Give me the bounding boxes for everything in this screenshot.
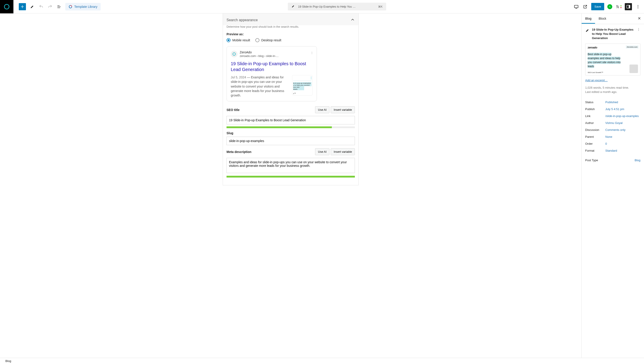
preview-radio-group: Mobile result Desktop result bbox=[227, 38, 355, 42]
serp-more-icon bbox=[310, 51, 314, 55]
radio-dot-icon bbox=[227, 38, 231, 42]
external-preview-icon[interactable] bbox=[582, 4, 588, 10]
prop-discussion-value[interactable]: Comments only bbox=[605, 128, 640, 132]
undo-icon[interactable] bbox=[39, 4, 44, 10]
desktop-preview-icon[interactable] bbox=[573, 4, 579, 10]
prop-status-value[interactable]: Published bbox=[605, 100, 640, 104]
seo-title-label: SEO title bbox=[227, 108, 240, 112]
shortcut-hint: ⌘K bbox=[378, 5, 383, 8]
site-logo[interactable] bbox=[0, 0, 14, 14]
svg-point-3 bbox=[620, 5, 622, 6]
radio-desktop-label: Desktop result bbox=[261, 38, 281, 42]
save-button[interactable]: Save bbox=[591, 3, 604, 10]
settings-sidebar: Blog Block 19 Slide-In Pop-Up Examples t… bbox=[581, 14, 644, 358]
document-title-bar[interactable]: 19 Slide-In Pop-Up Examples to Help You … bbox=[288, 3, 386, 10]
panel-header[interactable]: Search appearance bbox=[223, 14, 358, 25]
tab-block[interactable]: Block bbox=[595, 14, 610, 24]
prop-author: Author Vishnu Goyal bbox=[585, 120, 640, 126]
sidebar-tabs: Blog Block bbox=[582, 14, 644, 24]
outline-icon[interactable] bbox=[56, 4, 62, 10]
svg-point-7 bbox=[638, 5, 638, 6]
post-type-icon bbox=[585, 28, 590, 32]
panel-description: Determine how your post should look in t… bbox=[227, 25, 355, 28]
seo-title-input[interactable] bbox=[227, 116, 355, 124]
panel-title: Search appearance bbox=[227, 18, 258, 22]
tab-blog[interactable]: Blog bbox=[582, 14, 595, 24]
topbar-right-tools: Save bbox=[573, 3, 642, 10]
template-library-label: Template Library bbox=[74, 5, 98, 8]
prop-format-value[interactable]: Standard bbox=[605, 149, 640, 152]
seo-slug-block: Slug bbox=[227, 131, 355, 145]
svg-rect-2 bbox=[574, 5, 578, 8]
jetpack-icon[interactable] bbox=[607, 4, 612, 9]
featured-image[interactable]: zeroado ZeroAdo.com Best slide-in pop-up… bbox=[585, 44, 640, 76]
doc-edit-icon bbox=[291, 4, 295, 9]
slug-input[interactable] bbox=[227, 137, 355, 145]
feat-avatar bbox=[629, 64, 638, 73]
search-appearance-panel: Search appearance Determine how your pos… bbox=[223, 14, 359, 185]
svg-point-12 bbox=[312, 53, 312, 53]
topbar-left-tools: Template Library bbox=[15, 3, 101, 10]
serp-site-name: ZeroAdo bbox=[240, 50, 279, 54]
svg-point-0 bbox=[5, 4, 9, 9]
prop-parent-value[interactable]: None bbox=[605, 135, 640, 138]
radio-desktop[interactable]: Desktop result bbox=[255, 38, 281, 42]
prop-posttype: Post Type Blog bbox=[585, 157, 640, 164]
radio-mobile[interactable]: Mobile result bbox=[227, 38, 250, 42]
seo-title-progress bbox=[227, 126, 355, 128]
main: Search appearance Determine how your pos… bbox=[0, 14, 644, 358]
prop-order: Order 0 bbox=[585, 140, 640, 147]
more-options-icon[interactable] bbox=[635, 4, 641, 10]
template-library-button[interactable]: Template Library bbox=[65, 3, 101, 10]
prop-format: Format Standard bbox=[585, 147, 640, 154]
redo-icon[interactable] bbox=[47, 4, 53, 10]
slug-label: Slug bbox=[227, 131, 233, 135]
serp-thumbnail: le-in pop-up examples s to help you conv… bbox=[292, 75, 313, 96]
svg-point-10 bbox=[233, 53, 236, 56]
use-ai-button[interactable]: Use AI bbox=[315, 106, 329, 113]
add-block-button[interactable] bbox=[19, 3, 26, 10]
svg-point-13 bbox=[312, 54, 312, 54]
prop-link-value[interactable]: /slide-in-pop-up-examples bbox=[605, 114, 640, 118]
serp-url: zeroado.com › blog › slide-in-… bbox=[240, 54, 279, 58]
topbar-center: 19 Slide-In Pop-Up Examples to Help You … bbox=[102, 3, 572, 10]
post-header: 19 Slide-In Pop-Up Examples to Help You … bbox=[585, 28, 640, 40]
svg-point-9 bbox=[638, 8, 638, 8]
chevron-up-icon bbox=[350, 18, 355, 22]
prop-posttype-value[interactable]: Blog bbox=[605, 158, 640, 162]
edit-tool-icon[interactable] bbox=[30, 4, 35, 10]
yoast-icon[interactable] bbox=[615, 4, 622, 9]
sidebar-toggle-button[interactable] bbox=[625, 3, 632, 10]
serp-title: 19 Slide-in Pop-up Examples to Boost Lea… bbox=[231, 61, 307, 72]
svg-point-11 bbox=[312, 52, 312, 52]
prop-order-value[interactable]: 0 bbox=[605, 142, 640, 146]
insert-variable-button[interactable]: Insert variable bbox=[331, 106, 355, 113]
serp-preview-card: ZeroAdo zeroado.com › blog › slide-in-… … bbox=[227, 46, 317, 102]
svg-point-8 bbox=[638, 6, 638, 7]
topbar: Template Library 19 Slide-In Pop-Up Exam… bbox=[0, 0, 644, 14]
radio-mobile-label: Mobile result bbox=[232, 38, 250, 42]
meta-label: Meta description bbox=[227, 150, 251, 154]
meta-progress bbox=[227, 176, 355, 178]
feat-url: ZeroAdo.com bbox=[626, 46, 638, 48]
breadcrumb-item[interactable]: Blog bbox=[5, 359, 11, 363]
prop-publish: Publish July 5 4:51 pm bbox=[585, 106, 640, 112]
prop-author-value[interactable]: Vishnu Goyal bbox=[605, 121, 640, 124]
meta-description-input[interactable] bbox=[227, 158, 355, 173]
post-menu-icon[interactable] bbox=[637, 28, 640, 32]
prop-publish-value[interactable]: July 5 4:51 pm bbox=[605, 108, 640, 111]
use-ai-button[interactable]: Use AI bbox=[315, 148, 329, 155]
prop-parent: Parent None bbox=[585, 133, 640, 140]
add-excerpt-link[interactable]: Add an excerpt… bbox=[585, 78, 607, 82]
footer-breadcrumb: Blog bbox=[0, 358, 644, 364]
svg-point-14 bbox=[638, 28, 639, 28]
insert-variable-button[interactable]: Insert variable bbox=[331, 148, 355, 155]
svg-point-15 bbox=[638, 29, 639, 30]
close-sidebar-icon[interactable] bbox=[637, 16, 641, 21]
editor-canvas: Search appearance Determine how your pos… bbox=[0, 14, 581, 358]
svg-point-16 bbox=[638, 30, 639, 31]
sidebar-body: 19 Slide-In Pop-Up Examples to Help You … bbox=[582, 24, 644, 358]
panel-body: Determine how your post should look in t… bbox=[223, 25, 358, 185]
serp-description: Jul 5, 2024 — Examples and ideas for sli… bbox=[231, 75, 289, 98]
preview-as-label: Preview as: bbox=[227, 32, 355, 36]
